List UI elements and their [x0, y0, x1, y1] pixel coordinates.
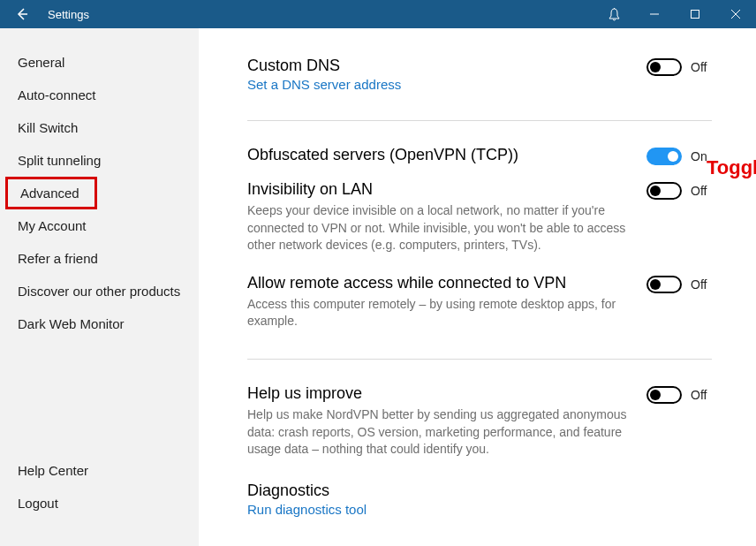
arrow-left-icon — [15, 7, 29, 21]
sidebar-item-logout[interactable]: Logout — [0, 487, 199, 519]
sidebar-item-refer-friend[interactable]: Refer a friend — [0, 242, 199, 275]
maximize-icon — [690, 9, 700, 19]
invisibility-title: Invisibility on LAN — [247, 180, 646, 199]
divider — [247, 359, 712, 360]
remote-desc: Access this computer remotely – by using… — [247, 296, 646, 330]
custom-dns-link[interactable]: Set a DNS server address — [247, 77, 646, 92]
sidebar-item-kill-switch[interactable]: Kill Switch — [0, 111, 199, 144]
sidebar-bottom: Help Center Logout — [0, 454, 199, 528]
section-diagnostics: Diagnostics Run diagnostics tool — [247, 474, 712, 533]
section-invisibility: Invisibility on LAN Keeps your device in… — [247, 173, 712, 270]
section-obfuscated: Obfuscated servers (OpenVPN (TCP)) On — [247, 133, 712, 173]
window-title: Settings — [48, 8, 89, 21]
invisibility-toggle-label: Off — [691, 184, 712, 198]
section-improve: Help us improve Help us make NordVPN bet… — [247, 372, 712, 474]
sidebar-item-my-account[interactable]: My Account — [0, 209, 199, 242]
close-icon — [730, 9, 741, 19]
titlebar-left: Settings — [0, 0, 593, 28]
minimize-button[interactable] — [634, 0, 675, 28]
sidebar-item-dark-web-monitor[interactable]: Dark Web Monitor — [0, 307, 199, 340]
improve-toggle[interactable] — [646, 386, 682, 404]
titlebar: Settings — [0, 0, 756, 28]
remote-toggle[interactable] — [646, 276, 682, 293]
sidebar-item-advanced[interactable]: Advanced — [5, 177, 97, 209]
sidebar-item-split-tunneling[interactable]: Split tunneling — [0, 144, 199, 177]
diagnostics-link[interactable]: Run diagnostics tool — [247, 502, 712, 517]
back-button[interactable] — [0, 0, 44, 28]
diagnostics-title: Diagnostics — [247, 482, 712, 500]
svg-rect-0 — [692, 11, 699, 19]
toggle-knob — [650, 62, 661, 72]
sidebar: General Auto-connect Kill Switch Split t… — [0, 28, 199, 546]
sidebar-item-general[interactable]: General — [0, 46, 199, 79]
remote-title: Allow remote access while connected to V… — [247, 274, 646, 292]
invisibility-toggle[interactable] — [646, 182, 682, 200]
section-custom-dns: Custom DNS Set a DNS server address Off — [247, 44, 712, 108]
notifications-button[interactable] — [593, 0, 634, 28]
minimize-icon — [649, 9, 660, 19]
improve-desc: Help us make NordVPN better by sending u… — [247, 406, 646, 459]
remote-toggle-label: Off — [691, 277, 712, 292]
invisibility-desc: Keeps your device invisible on a local n… — [247, 202, 646, 254]
toggle-knob — [650, 186, 661, 196]
bell-icon — [608, 7, 621, 21]
custom-dns-toggle[interactable] — [646, 58, 682, 76]
toggle-knob — [650, 390, 661, 400]
section-remote: Allow remote access while connected to V… — [247, 270, 712, 346]
close-button[interactable] — [715, 0, 756, 28]
maximize-button[interactable] — [675, 0, 715, 28]
sidebar-item-help-center[interactable]: Help Center — [0, 454, 199, 487]
sidebar-item-discover-products[interactable]: Discover our other products — [0, 275, 199, 307]
main-content: Custom DNS Set a DNS server address Off … — [199, 28, 756, 546]
improve-title: Help us improve — [247, 384, 646, 403]
improve-toggle-label: Off — [691, 388, 712, 402]
sidebar-item-auto-connect[interactable]: Auto-connect — [0, 79, 199, 111]
sidebar-items: General Auto-connect Kill Switch Split t… — [0, 46, 199, 454]
toggle-knob — [668, 151, 678, 162]
titlebar-right — [593, 0, 756, 28]
body: General Auto-connect Kill Switch Split t… — [0, 28, 756, 546]
toggle-knob — [650, 279, 661, 290]
obfuscated-toggle[interactable] — [646, 148, 682, 165]
divider — [247, 120, 712, 121]
annotation-text: Toggle on — [707, 156, 756, 179]
custom-dns-title: Custom DNS — [247, 57, 646, 75]
obfuscated-title: Obfuscated servers (OpenVPN (TCP)) — [247, 146, 646, 164]
custom-dns-toggle-label: Off — [691, 60, 712, 74]
